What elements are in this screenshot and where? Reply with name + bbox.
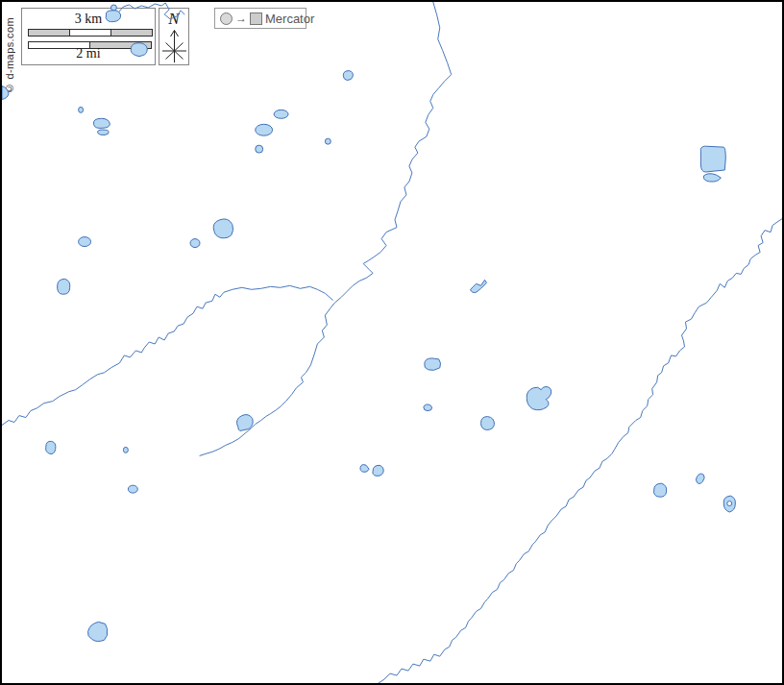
lake xyxy=(87,622,107,641)
map-frame: 3 km 2 mi N → Mercator xyxy=(0,0,784,685)
lake xyxy=(190,239,200,248)
lake xyxy=(325,138,331,144)
lake xyxy=(58,279,70,294)
lake xyxy=(703,174,721,182)
lake xyxy=(471,280,487,292)
lake xyxy=(131,43,147,57)
lake xyxy=(654,483,667,497)
lake xyxy=(700,146,725,172)
lake xyxy=(2,86,9,100)
lake xyxy=(79,107,84,112)
lake xyxy=(696,474,704,483)
lake xyxy=(425,358,441,371)
lake xyxy=(79,237,91,247)
map-canvas xyxy=(2,2,782,683)
lake xyxy=(213,219,233,238)
lake-island xyxy=(727,502,732,506)
lake xyxy=(256,145,263,153)
lake xyxy=(424,404,432,411)
river xyxy=(379,219,782,683)
lake xyxy=(106,11,120,22)
river xyxy=(117,3,184,19)
river xyxy=(200,2,452,455)
lake xyxy=(360,465,369,473)
lake xyxy=(481,417,495,430)
lake xyxy=(373,465,383,476)
lake xyxy=(98,130,110,135)
lake xyxy=(110,5,116,11)
lake xyxy=(256,124,273,135)
lake xyxy=(343,71,353,81)
lake xyxy=(128,485,137,493)
lake xyxy=(274,110,288,118)
lakes-layer xyxy=(2,5,735,642)
rivers-layer xyxy=(2,2,782,683)
lake xyxy=(527,387,551,410)
lake xyxy=(93,118,110,128)
lake xyxy=(46,441,56,453)
lake xyxy=(123,447,128,453)
